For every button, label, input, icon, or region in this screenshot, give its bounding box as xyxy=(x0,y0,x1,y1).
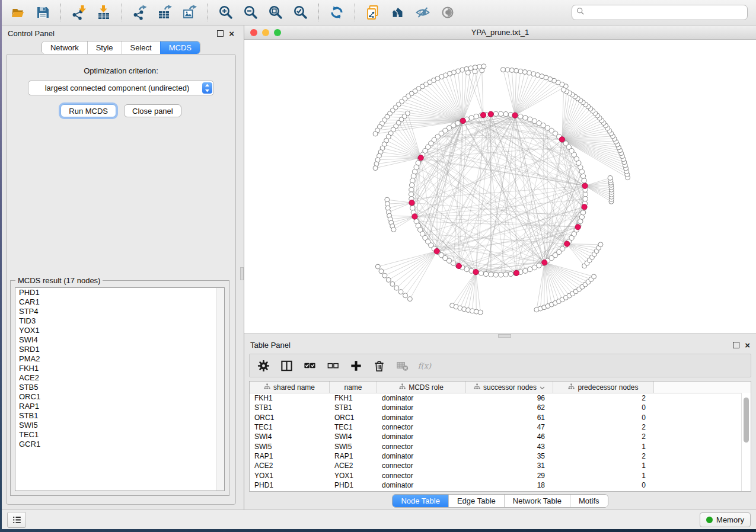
column-header-predecessor-nodes[interactable]: predecessor nodes xyxy=(553,382,654,393)
mcds-result-item[interactable]: RAP1 xyxy=(15,402,224,411)
table-cell[interactable]: 46 xyxy=(466,432,553,441)
graph-leaf-node[interactable] xyxy=(500,68,505,72)
mcds-result-item[interactable]: PMA2 xyxy=(15,354,224,364)
table-cell[interactable]: PHD1 xyxy=(330,481,377,489)
mcds-result-item[interactable]: TEC1 xyxy=(15,430,224,440)
select-all-rows-icon[interactable] xyxy=(302,358,317,373)
close-panel-icon[interactable]: × xyxy=(745,342,750,348)
network-graph[interactable] xyxy=(244,40,756,334)
table-cell[interactable]: 2 xyxy=(553,423,654,431)
vertical-splitter[interactable] xyxy=(240,25,244,509)
table-cell[interactable]: connector xyxy=(377,462,466,470)
delete-column-icon[interactable] xyxy=(371,358,387,373)
table-cell[interactable]: 0 xyxy=(553,403,654,412)
zoom-fit-icon[interactable] xyxy=(266,3,285,22)
float-panel-icon[interactable] xyxy=(733,342,739,348)
delete-table-icon[interactable] xyxy=(394,358,410,373)
splitter-handle[interactable] xyxy=(240,267,244,280)
graph-leaf-node[interactable] xyxy=(518,69,523,73)
network-from-file-icon[interactable] xyxy=(363,3,382,22)
graph-node[interactable] xyxy=(508,271,513,276)
graph-leaf-node[interactable] xyxy=(478,310,483,315)
graph-leaf-node[interactable] xyxy=(373,132,378,136)
export-network-icon[interactable] xyxy=(130,3,149,22)
zoom-in-icon[interactable] xyxy=(216,3,235,22)
close-panel-icon[interactable]: × xyxy=(229,31,234,36)
mcds-result-item[interactable]: SWI5 xyxy=(15,421,224,430)
graph-node[interactable] xyxy=(493,273,498,277)
table-cell[interactable]: 2 xyxy=(553,394,654,402)
table-cell[interactable]: 1 xyxy=(553,472,654,480)
tab-edge-table[interactable]: Edge Table xyxy=(448,495,504,507)
graph-mcds-hub-node[interactable] xyxy=(542,260,547,265)
graph-leaf-node[interactable] xyxy=(608,175,613,180)
graph-leaf-node[interactable] xyxy=(480,68,484,73)
graph-leaf-node[interactable] xyxy=(562,88,566,92)
graph-leaf-node[interactable] xyxy=(592,274,596,279)
save-session-icon[interactable] xyxy=(33,3,52,22)
graph-node[interactable] xyxy=(583,197,588,201)
graph-node[interactable] xyxy=(409,192,413,197)
function-builder-icon[interactable]: f(x) xyxy=(417,358,433,373)
graph-mcds-hub-node[interactable] xyxy=(434,248,439,254)
table-cell[interactable]: 96 xyxy=(466,394,553,402)
table-cell[interactable]: PHD1 xyxy=(250,481,330,489)
optimization-criterion-select[interactable]: largest connected component (undirected) xyxy=(28,81,214,95)
table-cell[interactable]: dominator xyxy=(377,481,466,489)
graph-mcds-hub-node[interactable] xyxy=(456,263,461,268)
mcds-result-item[interactable]: STB1 xyxy=(15,411,224,421)
close-panel-button[interactable]: Close panel xyxy=(124,104,181,117)
graph-leaf-node[interactable] xyxy=(473,69,477,74)
table-cell[interactable]: 61 xyxy=(466,414,553,422)
tab-mcds[interactable]: MCDS xyxy=(160,41,200,54)
float-panel-icon[interactable] xyxy=(217,30,224,37)
export-table-icon[interactable] xyxy=(155,3,174,22)
graph-leaf-node[interactable] xyxy=(407,297,412,302)
graph-mcds-hub-node[interactable] xyxy=(512,113,518,118)
table-cell[interactable]: STB1 xyxy=(330,403,377,412)
graph-leaf-node[interactable] xyxy=(379,269,384,274)
graph-leaf-node[interactable] xyxy=(390,281,395,286)
graph-node[interactable] xyxy=(532,118,537,123)
table-row[interactable]: SWI5SWI5connector431 xyxy=(250,441,751,451)
column-header-successor-nodes[interactable]: successor nodes xyxy=(466,382,553,393)
table-row[interactable]: ORC1ORC1dominator610 xyxy=(250,413,751,422)
mcds-result-item[interactable]: SWI4 xyxy=(15,335,224,345)
graph-node[interactable] xyxy=(580,210,585,215)
tab-style[interactable]: Style xyxy=(87,41,122,54)
graph-node[interactable] xyxy=(528,267,532,271)
deselect-all-rows-icon[interactable] xyxy=(325,358,340,373)
graph-leaf-node[interactable] xyxy=(375,264,380,269)
show-graphics-details-icon[interactable] xyxy=(438,3,457,22)
table-cell[interactable]: 2 xyxy=(553,452,654,460)
node-table[interactable]: shared namenameMCDS rolesuccessor nodesp… xyxy=(249,381,751,492)
import-table-icon[interactable] xyxy=(94,3,113,22)
graph-leaf-node[interactable] xyxy=(382,273,387,278)
table-cell[interactable]: dominator xyxy=(377,452,466,460)
mcds-result-list[interactable]: PHD1CAR1STP4TID3YOX1SWI4SRD1PMA2FKH1ACE2… xyxy=(15,287,225,491)
graph-mcds-hub-node[interactable] xyxy=(564,241,570,246)
table-settings-icon[interactable] xyxy=(256,358,271,373)
graph-leaf-node[interactable] xyxy=(505,68,510,72)
graph-mcds-hub-node[interactable] xyxy=(480,113,486,118)
table-cell[interactable]: connector xyxy=(377,472,466,480)
graph-node[interactable] xyxy=(410,206,415,210)
tab-motifs[interactable]: Motifs xyxy=(570,495,608,507)
list-scrollbar[interactable] xyxy=(216,288,224,491)
table-cell[interactable]: 18 xyxy=(466,481,553,489)
table-cell[interactable]: dominator xyxy=(377,394,466,402)
graph-leaf-node[interactable] xyxy=(468,66,473,70)
table-row[interactable]: SWI4SWI4dominator462 xyxy=(250,432,751,441)
mcds-result-item[interactable]: YOX1 xyxy=(15,326,224,335)
graph-leaf-node[interactable] xyxy=(527,70,531,75)
table-row[interactable]: TEC1TEC1connector472 xyxy=(250,422,751,432)
table-cell[interactable]: 35 xyxy=(466,452,553,460)
table-cell[interactable]: YOX1 xyxy=(330,472,377,480)
column-header-shared-name[interactable]: shared name xyxy=(250,382,330,393)
table-cell[interactable]: 31 xyxy=(466,462,553,470)
graph-leaf-node[interactable] xyxy=(514,68,519,73)
graph-node[interactable] xyxy=(499,273,503,277)
split-panel-icon[interactable] xyxy=(279,358,294,373)
tab-network-table[interactable]: Network Table xyxy=(504,495,570,507)
add-column-icon[interactable] xyxy=(348,358,363,373)
